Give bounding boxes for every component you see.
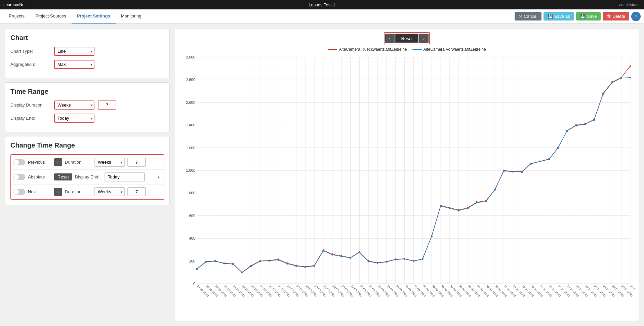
aggregation-row: Aggregation: Max (10, 60, 164, 69)
svg-point-195 (331, 254, 333, 256)
next-label: Next (28, 189, 51, 194)
svg-point-204 (413, 260, 414, 262)
user-label: administrator (619, 3, 641, 7)
svg-point-186 (250, 265, 252, 267)
svg-point-180 (196, 268, 198, 270)
svg-point-208 (449, 207, 450, 209)
display-duration-label: Display Duration: (10, 103, 51, 108)
legend-item-blue: AlteCamera.Vorwaerts.MitZeitreihe (412, 47, 486, 52)
svg-point-213 (494, 189, 496, 191)
aggregation-select[interactable]: Max (54, 60, 94, 69)
chart-type-select[interactable]: Line (54, 47, 94, 56)
chart-type-row: Chart Type: Line (10, 47, 164, 56)
svg-point-205 (422, 258, 424, 260)
save-as-button[interactable]: 💾 Save as (544, 12, 574, 21)
next-nav-button[interactable]: › (54, 188, 62, 196)
previous-duration-value-input[interactable] (127, 158, 146, 167)
delete-button[interactable]: 🗑 Delete (603, 12, 629, 21)
previous-duration-unit-wrapper: Weeks (94, 158, 125, 167)
display-end-select-wrapper: Today (54, 114, 94, 123)
absolute-display-end-wrapper: Today (105, 172, 162, 181)
svg-point-190 (286, 263, 288, 264)
cancel-button[interactable]: ✕ Cancel (515, 12, 541, 21)
tab-project-settings[interactable]: Project Settings (72, 9, 116, 24)
next-duration-value-input[interactable] (127, 187, 146, 196)
svg-text:1.400: 1.400 (186, 123, 195, 127)
svg-point-207 (440, 205, 442, 207)
svg-point-226 (611, 82, 613, 83)
svg-point-221 (566, 130, 568, 132)
absolute-label: Absolute (28, 174, 51, 179)
svg-point-209 (458, 210, 459, 211)
time-range-title: Time Range (10, 88, 164, 95)
svg-point-228 (630, 77, 631, 78)
svg-text:800: 800 (189, 191, 195, 195)
svg-point-185 (241, 272, 243, 273)
svg-text:400: 400 (189, 236, 195, 240)
svg-point-201 (386, 261, 387, 263)
svg-point-216 (521, 171, 523, 173)
chart-svg-container: 02004006008001.0001.0001.0002.0002.0002.… (178, 54, 635, 317)
next-toggle-knob (13, 189, 19, 195)
svg-text:0: 0 (193, 282, 195, 286)
previous-toggle[interactable] (13, 159, 25, 165)
cancel-icon: ✕ (519, 14, 522, 19)
svg-point-193 (314, 265, 315, 267)
absolute-reset-button[interactable]: Reset (54, 173, 72, 180)
absolute-toggle[interactable] (13, 174, 25, 180)
chart-type-select-wrapper: Line (54, 47, 94, 56)
brand-label: neuroomNet (3, 2, 26, 7)
svg-point-217 (530, 163, 532, 165)
legend-item-red: AlteCamera.Rueckwaerts.MitZeitreihe (328, 47, 407, 52)
legend-label-blue: AlteCamera.Vorwaerts.MitZeitreihe (424, 47, 486, 52)
legend-color-red (328, 49, 337, 50)
svg-point-222 (575, 125, 577, 126)
svg-point-211 (476, 202, 478, 204)
previous-duration-unit-select[interactable]: Weeks (94, 158, 125, 167)
svg-point-191 (295, 265, 297, 267)
nav-actions: ✕ Cancel 💾 Save as 💾 Save 🗑 Delete ? (515, 12, 641, 21)
duration-unit-select-wrapper: Weeks (54, 100, 94, 110)
next-duration-unit-select[interactable]: Weeks (94, 187, 125, 196)
svg-point-183 (223, 263, 225, 264)
svg-text:2.000: 2.000 (186, 55, 195, 59)
tab-monitoring[interactable]: Monitoring (116, 9, 147, 24)
svg-point-197 (350, 257, 351, 259)
svg-text:1.600: 1.600 (186, 100, 195, 105)
svg-point-182 (214, 260, 216, 262)
change-time-range-card: Change Time Range Previous ‹ Duration: W… (5, 136, 170, 205)
display-end-select[interactable]: Today (54, 114, 94, 123)
svg-point-179 (630, 65, 631, 67)
chart-navigation: ‹ Reset › (178, 32, 635, 44)
svg-point-227 (620, 77, 622, 79)
chart-reset-button[interactable]: Reset (395, 34, 419, 43)
chart-nav-group: ‹ Reset › (384, 32, 430, 44)
previous-toggle-knob (13, 160, 19, 165)
save-as-icon: 💾 (548, 14, 553, 19)
help-button[interactable]: ? (631, 12, 641, 21)
previous-nav-button[interactable]: ‹ (54, 158, 62, 166)
chart-settings-title: Chart (10, 34, 164, 42)
chart-svg: 02004006008001.0001.0001.0002.0002.0002.… (178, 54, 635, 317)
absolute-display-end-select[interactable]: Today (105, 172, 145, 181)
svg-point-203 (404, 258, 405, 260)
duration-value-input[interactable] (98, 100, 116, 110)
duration-unit-select[interactable]: Weeks (54, 100, 94, 110)
previous-label: Previous (28, 160, 51, 165)
svg-point-210 (467, 207, 469, 209)
svg-point-224 (593, 119, 595, 121)
svg-point-218 (539, 161, 541, 162)
svg-point-188 (268, 260, 270, 261)
chart-prev-button[interactable]: ‹ (385, 34, 395, 43)
svg-point-202 (395, 259, 396, 260)
chart-type-label: Chart Type: (10, 49, 51, 54)
tab-project-sources[interactable]: Project Sources (30, 9, 72, 24)
svg-point-189 (277, 259, 279, 261)
chart-next-button[interactable]: › (419, 34, 429, 43)
svg-point-187 (259, 260, 261, 262)
chart-area: ‹ Reset › AlteCamera.Rueckwaerts.MitZeit… (175, 29, 639, 321)
svg-point-215 (512, 171, 514, 173)
save-button[interactable]: 💾 Save (576, 12, 601, 21)
tab-projects[interactable]: Projects (3, 9, 30, 24)
next-toggle[interactable] (13, 189, 25, 195)
